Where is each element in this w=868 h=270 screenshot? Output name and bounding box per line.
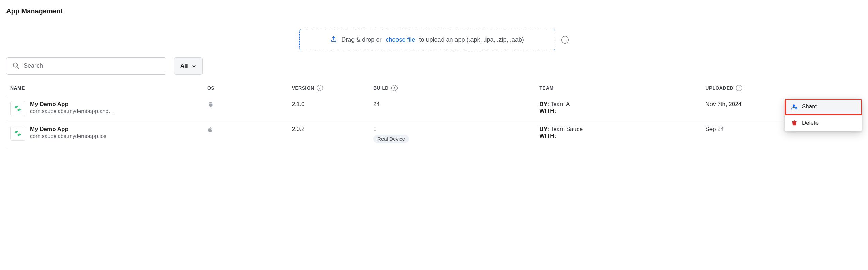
search-icon bbox=[12, 62, 19, 70]
svg-rect-14 bbox=[792, 121, 797, 122]
svg-point-10 bbox=[793, 104, 795, 107]
menu-item-share[interactable]: Share bbox=[785, 99, 862, 115]
col-os-header: OS bbox=[207, 85, 214, 91]
filter-selected-label: All bbox=[180, 63, 188, 70]
row-context-menu: Share Delete bbox=[785, 99, 862, 131]
apps-table-head: NAME OS VERSIONi BUILDi TEAM UPLOADEDi bbox=[6, 79, 862, 96]
team-with-label: WITH: bbox=[539, 133, 556, 139]
svg-rect-15 bbox=[794, 120, 795, 121]
build-cell: 24 bbox=[373, 101, 531, 108]
team-with-label: WITH: bbox=[539, 108, 556, 114]
app-logo-icon bbox=[10, 101, 25, 116]
choose-file-link[interactable]: choose file bbox=[386, 36, 415, 43]
app-bundle-id: com.saucelabs.mydemoapp.ios bbox=[30, 133, 106, 139]
svg-point-1 bbox=[13, 63, 18, 68]
controls-row: All bbox=[6, 57, 862, 75]
menu-item-share-label: Share bbox=[802, 103, 817, 110]
page-title: App Management bbox=[6, 7, 862, 15]
table-row[interactable]: My Demo App com.saucelabs.mydemoapp.ios … bbox=[6, 121, 862, 148]
team-by-value: Team A bbox=[551, 101, 570, 107]
apps-table-body: My Demo App com.saucelabs.mydemoapp.and…… bbox=[6, 96, 862, 148]
col-version-header: VERSION bbox=[292, 85, 314, 91]
share-user-icon bbox=[791, 103, 798, 110]
upload-row: Drag & drop or choose file to upload an … bbox=[6, 29, 862, 50]
app-logo-icon bbox=[10, 126, 25, 141]
build-info-icon[interactable]: i bbox=[391, 85, 398, 91]
chevron-down-icon bbox=[191, 64, 196, 69]
app-title: My Demo App bbox=[30, 126, 106, 133]
search-input[interactable] bbox=[24, 62, 161, 70]
upload-icon bbox=[330, 35, 337, 44]
menu-item-delete-label: Delete bbox=[802, 120, 819, 126]
android-icon bbox=[207, 103, 213, 109]
col-build-header: BUILD bbox=[373, 85, 389, 91]
team-by-value: Team Sauce bbox=[551, 126, 583, 132]
upload-text-prefix: Drag & drop or bbox=[341, 36, 381, 43]
filter-select[interactable]: All bbox=[174, 57, 203, 75]
svg-line-2 bbox=[17, 67, 18, 68]
apps-table: NAME OS VERSIONi BUILDi TEAM UPLOADEDi bbox=[6, 79, 862, 148]
svg-point-4 bbox=[211, 103, 211, 103]
table-row[interactable]: My Demo App com.saucelabs.mydemoapp.and…… bbox=[6, 96, 862, 121]
version-cell: 2.1.0 bbox=[288, 96, 369, 121]
upload-text-suffix: to upload an app (.apk, .ipa, .zip, .aab… bbox=[419, 36, 524, 43]
col-name-header: NAME bbox=[10, 85, 25, 91]
content-area: Drag & drop or choose file to upload an … bbox=[0, 23, 868, 148]
team-by-label: BY: bbox=[539, 126, 549, 132]
page-header: App Management bbox=[0, 0, 868, 23]
trash-icon bbox=[791, 120, 798, 126]
team-by-label: BY: bbox=[539, 101, 549, 107]
build-tag: Real Device bbox=[373, 135, 409, 143]
menu-item-delete[interactable]: Delete bbox=[785, 115, 862, 131]
app-title: My Demo App bbox=[30, 101, 114, 108]
upload-info-icon[interactable]: i bbox=[561, 36, 569, 44]
version-info-icon[interactable]: i bbox=[317, 85, 323, 91]
build-cell: 1 bbox=[373, 126, 531, 133]
uploaded-cell: Nov 7th, 2024 bbox=[701, 96, 789, 121]
svg-point-3 bbox=[209, 103, 210, 103]
table-wrap: NAME OS VERSIONi BUILDi TEAM UPLOADEDi bbox=[6, 79, 862, 148]
uploaded-cell: Sep 24 bbox=[701, 121, 789, 148]
upload-dropzone[interactable]: Drag & drop or choose file to upload an … bbox=[299, 29, 555, 50]
app-bundle-id: com.saucelabs.mydemoapp.and… bbox=[30, 108, 114, 115]
col-uploaded-header: UPLOADED bbox=[705, 85, 733, 91]
search-box[interactable] bbox=[6, 57, 166, 75]
apple-icon bbox=[207, 127, 213, 134]
col-team-header: TEAM bbox=[539, 85, 553, 91]
version-cell: 2.0.2 bbox=[288, 121, 369, 148]
uploaded-info-icon[interactable]: i bbox=[736, 85, 742, 91]
